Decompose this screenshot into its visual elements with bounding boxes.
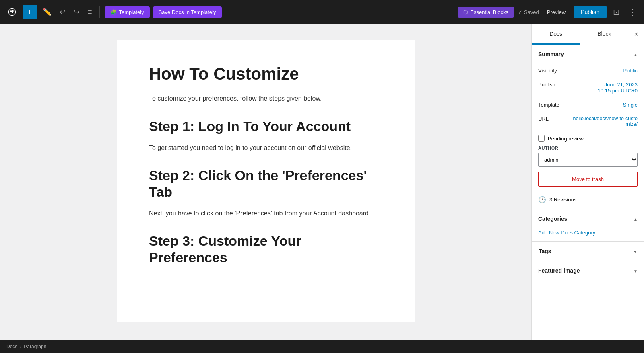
breadcrumb-paragraph[interactable]: Paragraph [24,344,46,349]
url-label: URL [538,116,570,122]
categories-chevron-icon [634,215,638,222]
url-value[interactable]: hello.local/docs/how-to-customize/ [570,116,638,127]
toolbar-right: ⬡ Essential Blocks ✓ Saved Preview Publi… [458,5,639,19]
doc-intro[interactable]: To customize your preferences, follow th… [149,93,382,104]
main-layout: How To Customize To customize your prefe… [0,24,644,340]
save-docs-button[interactable]: Save Docs In Templately [153,6,222,18]
revisions-icon: 🕐 [538,196,546,203]
url-row: URL hello.local/docs/how-to-customize/ [532,112,644,131]
add-block-button[interactable]: + [23,5,37,19]
sidebar: Docs Block × Summary Visibility Public P… [531,24,644,340]
summary-chevron-icon [634,51,638,58]
toolbar: + ✏️ ↩ ↪ ≡ 🧩 Templately Save Docs In Tem… [0,0,644,24]
pending-review-row: Pending review [532,131,644,146]
step1-heading[interactable]: Step 1: Log In To Your Account [149,118,382,135]
add-category-link[interactable]: Add New Docs Category [532,228,644,241]
visibility-row: Visibility Public [532,64,644,78]
wp-logo [5,5,19,19]
featured-header[interactable]: Featured image [532,261,644,280]
step3-heading[interactable]: Step 3: Customize Your Preferences [149,233,382,266]
undo-button[interactable]: ↩ [57,6,68,18]
doc-title[interactable]: How To Customize [149,64,382,84]
toolbar-separator-1 [99,6,100,18]
featured-title: Featured image [538,267,580,274]
tab-docs[interactable]: Docs [532,24,580,45]
tags-section: Tags [532,242,644,261]
step2-text[interactable]: Next, you have to click on the 'Preferen… [149,208,382,219]
visibility-label: Visibility [538,68,570,74]
categories-header[interactable]: Categories [532,209,644,228]
template-row: Template Single [532,98,644,112]
revisions-label: 3 Revisions [549,197,576,203]
author-select[interactable]: admin [538,153,638,167]
essential-blocks-button[interactable]: ⬡ Essential Blocks [458,7,514,18]
step1-text[interactable]: To get started you need to log in to you… [149,143,382,153]
editor-area: How To Customize To customize your prefe… [0,24,531,340]
featured-image-section: Featured image [532,261,644,280]
tab-block[interactable]: Block [580,24,628,45]
sidebar-tabs: Docs Block × [532,24,644,45]
publish-button[interactable]: Publish [574,6,607,18]
redo-button[interactable]: ↪ [71,6,82,18]
templately-icon: 🧩 [110,9,117,15]
pending-review-label: Pending review [548,135,584,142]
step2-heading[interactable]: Step 2: Click On the 'Preferences' Tab [149,167,382,200]
publish-value[interactable]: June 21, 2023 10:15 pm UTC+0 [598,82,638,94]
tags-header[interactable]: Tags [532,242,644,261]
more-options-button[interactable]: ⋮ [626,5,639,19]
sidebar-close-button[interactable]: × [629,24,644,45]
breadcrumb-separator: › [20,344,21,349]
publish-label: Publish [538,82,570,88]
summary-title: Summary [538,51,564,57]
publish-row: Publish June 21, 2023 10:15 pm UTC+0 [532,78,644,98]
revisions-row[interactable]: 🕐 3 Revisions [532,190,644,209]
edit-tool-button[interactable]: ✏️ [40,6,54,18]
tags-chevron-icon [633,248,637,255]
bottom-bar: Docs › Paragraph [0,340,644,353]
featured-chevron-icon [634,267,638,274]
tags-title: Tags [539,248,551,254]
visibility-value[interactable]: Public [623,68,638,74]
categories-title: Categories [538,215,567,222]
move-to-trash-button[interactable]: Move to trash [538,172,638,187]
author-label: AUTHOR [532,146,644,153]
template-label: Template [538,102,570,108]
pending-review-checkbox[interactable] [538,135,545,142]
templately-button[interactable]: 🧩 Templately [105,6,150,18]
preview-button[interactable]: Preview [543,7,570,18]
template-value[interactable]: Single [623,102,638,108]
saved-status: ✓ Saved [518,9,539,15]
breadcrumb-docs[interactable]: Docs [6,344,17,349]
summary-section-header[interactable]: Summary [532,45,644,64]
summary-section: Summary Visibility Public Publish June 2… [532,45,644,190]
settings-button[interactable]: ⊡ [611,5,622,19]
list-view-button[interactable]: ≡ [85,6,95,18]
check-icon: ✓ [518,9,522,15]
essential-blocks-icon: ⬡ [463,9,468,15]
editor-canvas: How To Customize To customize your prefe… [117,40,415,322]
categories-section: Categories Add New Docs Category [532,209,644,242]
